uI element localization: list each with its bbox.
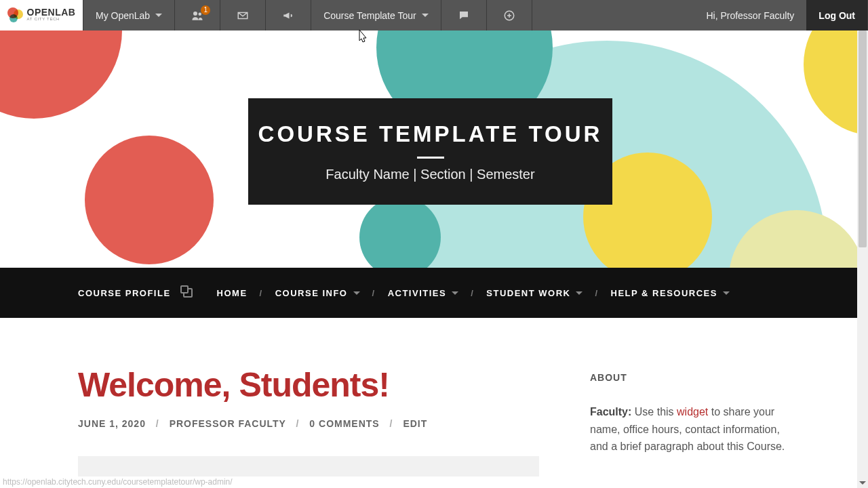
nav-student-work[interactable]: STUDENT WORK [486,288,583,298]
site-title: COURSE TEMPLATE TOUR [258,121,603,147]
my-openlab-menu[interactable]: My OpenLab [83,0,175,30]
chevron-down-icon [422,14,429,17]
main-nav: COURSE PROFILE HOME / COURSE INFO / ACTI… [0,268,868,318]
scroll-down-icon[interactable] [857,477,868,488]
logout-label: Log Out [818,10,855,21]
greeting-text: Hi, Professor Faculty [706,10,794,21]
site-subtitle: Faculty Name | Section | Semester [326,167,534,182]
post-meta: JUNE 1, 2020 / PROFESSOR FACULTY / 0 COM… [78,418,539,429]
friends-badge: 1 [201,5,210,15]
about-widget-title: ABOUT [590,372,790,383]
post-body-placeholder [78,456,539,476]
friends-button[interactable]: 1 [175,0,220,30]
chevron-down-icon [353,291,360,295]
faculty-label: Faculty: [590,406,631,418]
nav-help[interactable]: HELP & RESOURCES [611,288,730,298]
svg-point-0 [193,12,197,16]
course-site-label: Course Template Tour [323,10,416,21]
post-date: JUNE 1, 2020 [78,418,146,429]
about-widget-body: Faculty: Use this widget to share your n… [590,403,790,455]
envelope-icon [237,9,249,22]
announcements-button[interactable] [266,0,311,30]
plus-circle-icon [503,9,515,22]
chevron-down-icon [155,14,162,17]
user-greeting[interactable]: Hi, Professor Faculty [694,0,806,30]
bullhorn-icon [282,9,294,22]
nav-course-profile[interactable]: COURSE PROFILE [78,288,171,298]
hero-banner: COURSE TEMPLATE TOUR Faculty Name | Sect… [0,30,868,268]
widget-link[interactable]: widget [677,406,708,418]
my-openlab-label: My OpenLab [96,10,150,21]
hero-title-box: COURSE TEMPLATE TOUR Faculty Name | Sect… [248,98,612,205]
add-new-button[interactable] [487,0,532,30]
divider [417,157,444,159]
vertical-scrollbar[interactable] [857,30,868,488]
openlab-logo[interactable]: OPENLAB AT CITY TECH [0,0,83,30]
nav-home[interactable]: HOME [217,288,248,298]
chevron-down-icon [452,291,458,295]
page-content: Welcome, Students! JUNE 1, 2020 / PROFES… [0,318,868,476]
brand-name: OPENLAB [27,9,76,16]
chevron-down-icon [723,291,730,295]
post-comments-link[interactable]: 0 COMMENTS [309,418,379,429]
external-link-icon [183,288,193,298]
comments-button[interactable] [441,0,487,30]
logout-button[interactable]: Log Out [806,0,868,30]
post-title[interactable]: Welcome, Students! [78,365,539,405]
post-edit-link[interactable]: EDIT [403,418,427,429]
course-site-menu[interactable]: Course Template Tour [311,0,441,30]
admin-bar: OPENLAB AT CITY TECH My OpenLab 1 Course… [0,0,868,30]
mouse-cursor-icon [355,28,369,47]
main-column: Welcome, Students! JUNE 1, 2020 / PROFES… [78,365,539,476]
chevron-down-icon [576,291,583,295]
post-author[interactable]: PROFESSOR FACULTY [170,418,286,429]
messages-button[interactable] [220,0,266,30]
sidebar: ABOUT Faculty: Use this widget to share … [539,365,790,476]
logo-mark-icon [7,7,24,24]
nav-course-info[interactable]: COURSE INFO [275,288,360,298]
scroll-thumb[interactable] [859,30,867,247]
status-url: https://openlab.citytech.cuny.edu/course… [0,476,235,488]
comment-icon [458,9,470,22]
nav-activities[interactable]: ACTIVITIES [388,288,459,298]
